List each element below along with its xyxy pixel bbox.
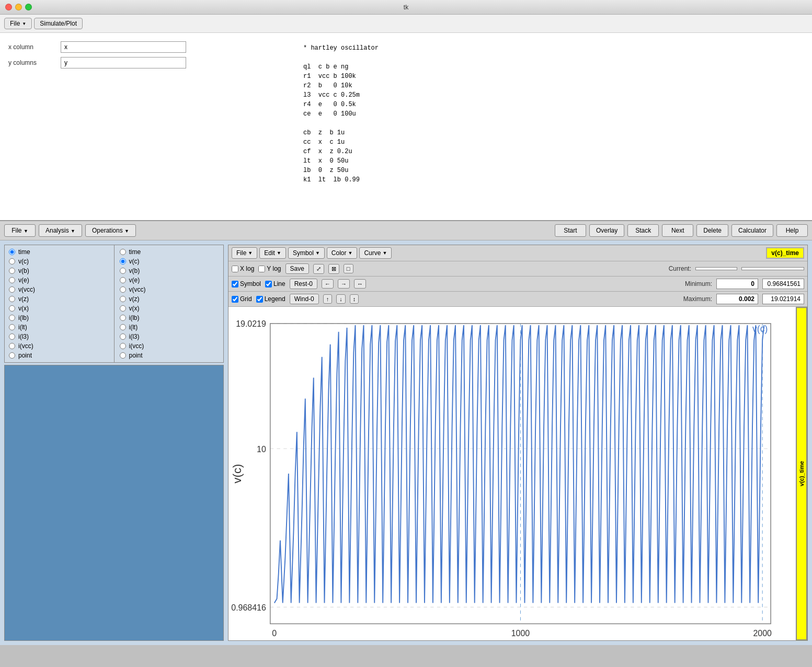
close-button[interactable] <box>5 4 12 10</box>
plot-color-menu[interactable]: Color ▼ <box>327 247 358 259</box>
ud-arrow-icon[interactable]: ↕ <box>350 294 359 304</box>
main-content: time v(c) v(b) v(e) <box>0 240 812 645</box>
right-col-vc: v(c) <box>129 258 140 265</box>
right-col-ilt: i(lt) <box>129 324 138 331</box>
svg-text:v(c): v(c) <box>752 324 768 334</box>
ylog-checkbox[interactable] <box>258 266 265 272</box>
left-arrow-icon[interactable]: ← <box>322 279 334 289</box>
plot-edit-menu[interactable]: Edit ▼ <box>259 247 286 259</box>
list-item: v(vcc) <box>118 285 222 294</box>
left-radio-point[interactable] <box>9 352 15 359</box>
left-radio-vb[interactable] <box>9 268 15 274</box>
plot-toolbar: File ▼ Edit ▼ Symbol ▼ Color ▼ Curve ▼ <box>228 245 807 261</box>
maximum-left-value: 0.002 <box>716 294 758 304</box>
list-item: i(lb) <box>118 313 222 323</box>
svg-text:v(c): v(c) <box>231 464 244 484</box>
calculator-button[interactable]: Calculator <box>731 224 773 237</box>
right-col-ivcc: i(vcc) <box>129 342 144 350</box>
right-radio-vb[interactable] <box>120 268 126 274</box>
right-col-il3: i(l3) <box>129 333 140 340</box>
left-radio-vc[interactable] <box>9 258 15 264</box>
square-icon[interactable]: □ <box>344 264 353 273</box>
x-column-input[interactable] <box>61 41 186 53</box>
right-radio-vz[interactable] <box>120 296 126 302</box>
left-radio-il3[interactable] <box>9 334 15 340</box>
right-radio-time[interactable] <box>120 249 126 255</box>
left-radio-ilb[interactable] <box>9 315 15 321</box>
list-item: time <box>7 247 111 257</box>
save-button[interactable]: Save <box>285 263 309 274</box>
right-radio-point[interactable] <box>120 352 126 359</box>
left-radio-ivcc[interactable] <box>9 343 15 349</box>
code-area[interactable]: * hartley oscillator ql c b e ng r1 vcc … <box>301 41 804 212</box>
right-radio-il3[interactable] <box>120 334 126 340</box>
grid-group: Grid <box>232 295 252 303</box>
right-radio-vvcc[interactable] <box>120 286 126 293</box>
file-menu-bottom[interactable]: File ▼ <box>4 224 36 237</box>
right-col-vx: v(x) <box>129 305 140 312</box>
plot-curve-menu[interactable]: Curve ▼ <box>359 247 392 259</box>
minimum-label: Minimum: <box>685 280 712 288</box>
symbol-checkbox[interactable] <box>232 281 238 288</box>
operations-menu[interactable]: Operations ▼ <box>85 224 136 237</box>
left-col-vc: v(c) <box>18 258 29 265</box>
plot-controls-row2: Symbol Line Rest-0 ← → ↔ Minimum: 0 0.96… <box>228 277 807 292</box>
simulate-plot-menu[interactable]: Simulate/Plot <box>34 18 83 29</box>
down-arrow-icon[interactable]: ↓ <box>336 294 346 304</box>
left-radio-ve[interactable] <box>9 277 15 283</box>
stack-button[interactable]: Stack <box>627 224 659 237</box>
right-panel: File ▼ Edit ▼ Symbol ▼ Color ▼ Curve ▼ <box>228 245 808 641</box>
up-arrow-icon[interactable]: ↑ <box>323 294 333 304</box>
right-radio-vc[interactable] <box>120 258 126 264</box>
right-radio-ve[interactable] <box>120 277 126 283</box>
left-col-point: point <box>18 352 32 359</box>
list-item: i(lt) <box>118 323 222 332</box>
wind0-button[interactable]: Wind-0 <box>290 294 319 304</box>
left-radio-vvcc[interactable] <box>9 286 15 293</box>
left-radio-ilt[interactable] <box>9 324 15 330</box>
minimize-button[interactable] <box>15 4 22 10</box>
plot-symbol-menu[interactable]: Symbol ▼ <box>288 247 325 259</box>
file-menu-top[interactable]: File ▼ <box>4 18 32 29</box>
next-button[interactable]: Next <box>662 224 693 237</box>
plot-edit-arrow: ▼ <box>277 250 281 256</box>
right-radio-ivcc[interactable] <box>120 343 126 349</box>
plot-canvas[interactable]: v(c) 19.0219 10 0.968416 0 1000 2000 t <box>228 307 796 640</box>
left-col-vb: v(b) <box>18 267 29 274</box>
grid-checkbox[interactable] <box>232 296 238 303</box>
left-col-ve: v(e) <box>18 277 29 284</box>
y-columns-input[interactable] <box>61 57 186 68</box>
list-item: v(e) <box>7 275 111 285</box>
legend-group: Legend <box>256 295 285 303</box>
overlay-button[interactable]: Overlay <box>589 224 624 237</box>
line-checkbox[interactable] <box>265 281 272 288</box>
window-title: tk <box>404 4 408 11</box>
right-radio-ilt[interactable] <box>120 324 126 330</box>
xlog-checkbox[interactable] <box>232 266 238 272</box>
rest0-button[interactable]: Rest-0 <box>290 279 317 289</box>
right-col-ve: v(e) <box>129 277 140 284</box>
delete-button[interactable]: Delete <box>696 224 728 237</box>
left-col-vx: v(x) <box>18 305 29 312</box>
x-column-label: x column <box>8 43 61 51</box>
lr-arrow-icon[interactable]: ↔ <box>354 279 366 289</box>
right-col-time: time <box>129 248 141 256</box>
right-radio-vx[interactable] <box>120 305 126 312</box>
move-icon[interactable]: ⤢ <box>313 264 324 274</box>
help-button[interactable]: Help <box>776 224 808 237</box>
start-button[interactable]: Start <box>555 224 586 237</box>
plot-file-menu[interactable]: File ▼ <box>232 247 257 259</box>
list-item: v(z) <box>7 294 111 304</box>
resize-icon[interactable]: ⊠ <box>328 264 339 274</box>
left-radio-vx[interactable] <box>9 305 15 312</box>
left-radio-time[interactable] <box>9 249 15 255</box>
analysis-menu[interactable]: Analysis ▼ <box>39 224 82 237</box>
maximize-button[interactable] <box>25 4 32 10</box>
legend-checkbox[interactable] <box>256 296 263 303</box>
right-arrow-icon[interactable]: → <box>338 279 350 289</box>
left-col-ilb: i(lb) <box>18 314 29 321</box>
right-radio-ilb[interactable] <box>120 315 126 321</box>
right-col-point: point <box>129 352 143 359</box>
left-radio-vz[interactable] <box>9 296 15 302</box>
svg-text:0.968416: 0.968416 <box>231 603 266 612</box>
